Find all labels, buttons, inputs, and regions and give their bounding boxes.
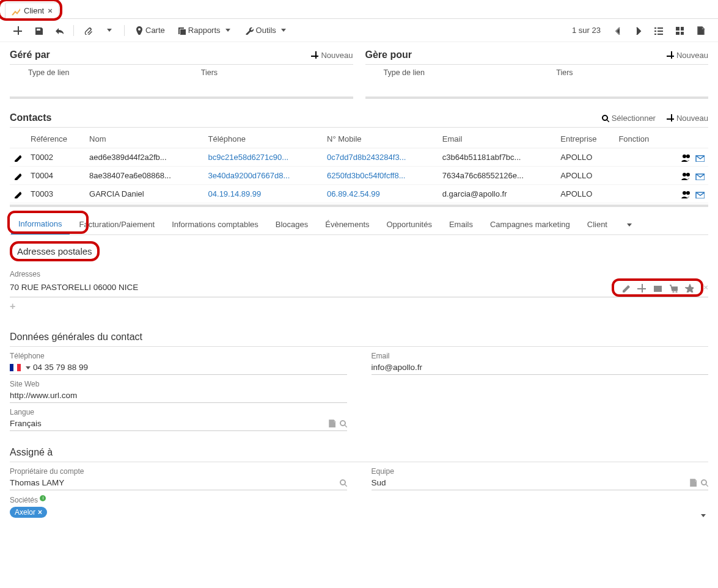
mail-icon[interactable]	[695, 153, 705, 162]
pencil-icon[interactable]	[13, 171, 21, 180]
add-gere-pour[interactable]: Nouveau	[667, 51, 708, 60]
view-form[interactable]	[691, 23, 709, 38]
mail-icon[interactable]	[695, 171, 705, 180]
pager-next[interactable]	[629, 23, 647, 38]
outils-button[interactable]: Outils	[240, 23, 293, 38]
soc-chip[interactable]: Axelor×	[10, 507, 47, 518]
col-tiers: Tiers	[183, 68, 353, 77]
tab-campagnes-marketing[interactable]: Campagnes marketing	[483, 215, 577, 234]
pager-text: 1 sur 23	[567, 23, 606, 38]
table-row[interactable]: T0002aed6e389d44f2a2fb...bc9c21e58d6271c…	[10, 148, 708, 167]
tabs-more[interactable]	[617, 215, 642, 234]
close-icon[interactable]: ×	[48, 6, 53, 15]
attach-more-button[interactable]	[100, 26, 119, 35]
cell-email: c3b64b51181abf7bc...	[439, 148, 557, 167]
tab-informations-comptables[interactable]: Informations comptables	[164, 215, 266, 234]
attach-button[interactable]	[79, 23, 97, 38]
cell-mob[interactable]: 0c7dd7d8b243284f3...	[323, 148, 439, 167]
owner-field[interactable]: Thomas LAMY	[10, 476, 347, 490]
panel-title: Gère pour	[365, 49, 412, 60]
cell-ent: APOLLO	[557, 185, 615, 203]
th-fct[interactable]: Fonction	[615, 130, 665, 148]
cell-email: d.garcia@apollo.fr	[439, 185, 557, 203]
info-icon[interactable]: i	[40, 495, 46, 501]
view-list[interactable]	[650, 23, 668, 38]
cart-icon[interactable]	[669, 283, 678, 292]
th-mob[interactable]: N° Mobile	[323, 130, 439, 148]
soc-field[interactable]: Axelor×	[10, 504, 347, 520]
new-button[interactable]	[9, 23, 27, 38]
th-email[interactable]: Email	[439, 130, 557, 148]
table-row[interactable]: T00048ae38407ea6e08868...3e40da9200d7667…	[10, 167, 708, 185]
th-nom[interactable]: Nom	[86, 130, 205, 148]
panel-gere-pour: Gère pour Nouveau Type de lien Tiers	[365, 47, 709, 99]
save-button[interactable]	[29, 23, 48, 38]
card-icon[interactable]	[653, 283, 662, 292]
cell-ref: T0004	[27, 167, 86, 185]
star-icon[interactable]	[685, 283, 694, 292]
contacts-table: Référence Nom Téléphone N° Mobile Email …	[10, 130, 708, 203]
cell-mob[interactable]: 6250fd3b0c54f0fcff8...	[323, 167, 439, 185]
tel-field[interactable]: 04 35 79 88 99	[10, 360, 347, 375]
tab-emails[interactable]: Emails	[442, 215, 480, 234]
rapports-button[interactable]: Rapports	[172, 23, 238, 38]
flag-fr-icon	[10, 364, 21, 371]
highlight-adresses-title: Adresses postales	[10, 241, 100, 261]
owner-label: Propriétaire du compte	[10, 467, 347, 476]
cell-mob[interactable]: 06.89.42.54.99	[323, 185, 439, 203]
pager-prev[interactable]	[608, 23, 626, 38]
mail-icon[interactable]	[695, 189, 705, 198]
cell-ref: T0003	[27, 185, 86, 203]
tab-client[interactable]: Client ×	[5, 2, 59, 18]
site-field[interactable]: http://www.url.com	[10, 388, 347, 403]
soc-expand[interactable]	[372, 509, 709, 523]
col-tiers: Tiers	[538, 68, 708, 77]
contacts-new[interactable]: Nouveau	[667, 114, 708, 123]
contacts-title: Contacts	[10, 112, 51, 123]
cell-tel[interactable]: 3e40da9200d7667d8...	[205, 167, 324, 185]
cell-fct	[615, 148, 665, 167]
cell-tel[interactable]: 04.19.14.89.99	[205, 185, 324, 203]
th-ent[interactable]: Entreprise	[557, 130, 615, 148]
cell-ent: APOLLO	[557, 167, 615, 185]
lang-field[interactable]: Français	[10, 416, 347, 431]
table-row[interactable]: T0003GARCIA Daniel04.19.14.89.9906.89.42…	[10, 185, 708, 203]
panel-title: Géré par	[10, 49, 50, 60]
tab-facturation-paiement[interactable]: Facturation/Paiement	[72, 215, 163, 234]
th-ref[interactable]: Référence	[27, 130, 86, 148]
lang-label: Langue	[10, 408, 347, 416]
address-value: 70 RUE PASTORELLI 06000 NICE	[10, 283, 615, 292]
pencil-icon[interactable]	[13, 153, 21, 162]
carte-button[interactable]: Carte	[130, 23, 170, 38]
add-address[interactable]: +	[10, 297, 708, 316]
tab-blocages[interactable]: Blocages	[268, 215, 315, 234]
add-gere-par[interactable]: Nouveau	[311, 51, 353, 60]
pencil-icon[interactable]	[13, 189, 21, 198]
chip-remove-icon[interactable]: ×	[38, 508, 42, 517]
col-type-lien: Type de lien	[365, 68, 536, 77]
edit-icon[interactable]	[621, 283, 630, 292]
tab--v-nements[interactable]: Évènements	[318, 215, 376, 234]
users-icon[interactable]	[681, 171, 691, 180]
undo-button[interactable]	[50, 23, 68, 38]
tab-client[interactable]: Client	[580, 215, 615, 234]
remove-address[interactable]: ×	[703, 283, 708, 292]
plus-icon[interactable]	[637, 283, 646, 292]
view-grid[interactable]	[670, 23, 689, 38]
team-label: Equipe	[372, 467, 709, 476]
soc-label: Sociétés i	[10, 495, 347, 504]
cell-ref: T0002	[27, 148, 86, 167]
users-icon[interactable]	[681, 153, 691, 162]
detail-tabs: InformationsFacturation/PaiementInformat…	[10, 214, 708, 235]
cell-tel[interactable]: bc9c21e58d6271c90...	[205, 148, 324, 167]
tel-label: Téléphone	[10, 352, 347, 360]
cell-nom: aed6e389d44f2a2fb...	[86, 148, 205, 167]
email-field[interactable]: info@apollo.fr	[372, 360, 709, 375]
contacts-select[interactable]: Sélectionner	[601, 114, 656, 123]
team-field[interactable]: Sud	[372, 476, 709, 490]
tab-opportunit-s[interactable]: Opportunités	[379, 215, 439, 234]
cell-fct	[615, 185, 665, 203]
users-icon[interactable]	[681, 189, 691, 198]
th-tel[interactable]: Téléphone	[205, 130, 324, 148]
tab-informations[interactable]: Informations	[11, 214, 70, 234]
